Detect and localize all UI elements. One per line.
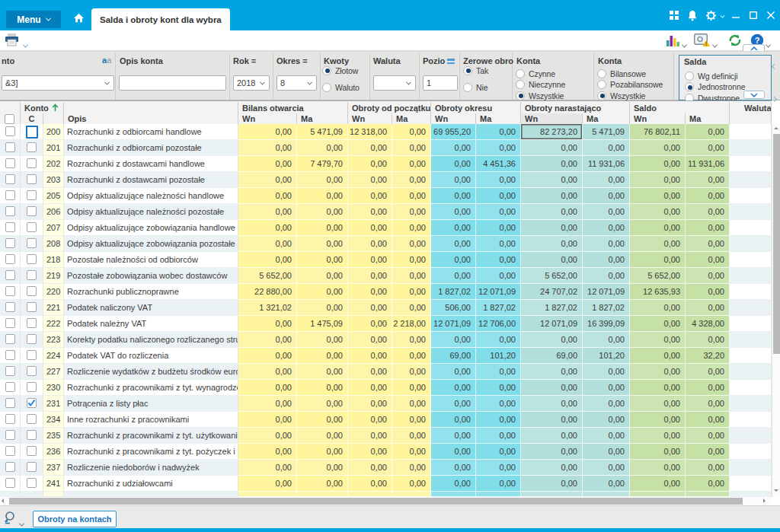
row-c-checkbox[interactable]: [27, 430, 37, 440]
minimize-button[interactable]: [730, 0, 742, 30]
print-chevron-icon[interactable]: [24, 37, 27, 51]
radio-option[interactable]: Wg definicji: [685, 71, 745, 81]
row-select-checkbox[interactable]: [5, 286, 15, 296]
filter-opis-konta-input[interactable]: [119, 75, 226, 91]
row-c-checkbox[interactable]: [27, 254, 37, 264]
column-header-on-wn[interactable]: Wn: [521, 113, 583, 125]
table-row[interactable]: 236Rozrachunki z pracownikami z tyt. poż…: [0, 444, 772, 460]
apps-grid-icon[interactable]: [667, 0, 681, 30]
table-row[interactable]: 227Rozliczenie wydatków z budżetu środkó…: [0, 364, 772, 380]
radio-option[interactable]: Złotow: [322, 65, 360, 75]
column-header-on-ma[interactable]: Ma: [583, 113, 630, 125]
maximize-button[interactable]: [747, 0, 759, 30]
row-select-checkbox[interactable]: [5, 222, 15, 232]
table-row[interactable]: 221Podatek naliczony VAT1 321,020,000,00…: [0, 300, 772, 316]
row-c-checkbox[interactable]: [27, 350, 37, 360]
radio-icon[interactable]: [597, 69, 606, 78]
table-row[interactable]: 208Odpisy aktualizujące zobowiązania poz…: [0, 236, 772, 252]
gear-chevron-icon[interactable]: [718, 0, 727, 30]
row-select-checkbox[interactable]: [5, 382, 15, 392]
radio-selected-icon[interactable]: [516, 91, 525, 100]
row-c-checkbox[interactable]: [27, 414, 37, 424]
table-row[interactable]: 235Rozrachunki z pracownikami z tyt. uży…: [0, 428, 772, 444]
radio-icon[interactable]: [597, 80, 606, 89]
column-group-bilans-otwarcia[interactable]: Bilans otwarcia: [238, 102, 348, 113]
column-header-op-ma[interactable]: Ma: [392, 113, 431, 125]
table-row[interactable]: 241Rozrachunki z udziałowcami0,000,000,0…: [0, 476, 772, 492]
radio-option[interactable]: Jednostronne: [685, 82, 745, 92]
chart-icon[interactable]: [666, 34, 679, 50]
row-select-checkbox[interactable]: [5, 302, 15, 312]
row-c-checkbox[interactable]: [27, 366, 37, 376]
radio-icon[interactable]: [322, 83, 331, 92]
radio-selected-icon[interactable]: [322, 66, 331, 75]
column-group-waluta[interactable]: Waluta: [730, 102, 772, 113]
row-select-checkbox[interactable]: [5, 350, 15, 360]
filter-waluta-input[interactable]: [373, 75, 416, 91]
column-header-bo-ma[interactable]: Ma: [297, 113, 348, 125]
row-select-checkbox[interactable]: [5, 446, 15, 456]
row-select-checkbox[interactable]: [5, 174, 15, 184]
table-row[interactable]: 219Pozostałe zobowiązania wobec dostawcó…: [0, 268, 772, 284]
table-row[interactable]: 201Rozrachunki z odbiorcami pozostałe0,0…: [0, 140, 772, 156]
chart-chevron-icon[interactable]: [682, 37, 686, 51]
row-c-checkbox[interactable]: [27, 318, 37, 328]
radio-option[interactable]: Tak: [463, 65, 488, 75]
row-c-checkbox[interactable]: [27, 270, 37, 280]
gear-icon[interactable]: [704, 0, 718, 30]
match-case-icon[interactable]: aa: [102, 56, 111, 65]
radio-option[interactable]: Bilansowe: [597, 68, 663, 78]
vertical-scrollbar[interactable]: [772, 124, 780, 497]
table-row[interactable]: 231Potrącenia z listy płac0,000,000,000,…: [0, 396, 772, 412]
radio-icon[interactable]: [516, 80, 525, 89]
row-c-checkbox[interactable]: [27, 222, 37, 232]
row-select-checkbox[interactable]: [5, 238, 15, 248]
radio-selected-icon[interactable]: [597, 91, 606, 100]
column-header-sa-ma[interactable]: Ma: [686, 113, 730, 125]
row-c-checkbox[interactable]: [27, 302, 37, 312]
radio-icon[interactable]: [516, 69, 525, 78]
filter-scroll-right-icon[interactable]: [772, 91, 776, 104]
column-header-konto[interactable]: Konto: [21, 102, 64, 113]
row-c-checkbox[interactable]: [27, 158, 37, 168]
salda-scroll-down-button[interactable]: [743, 91, 765, 99]
filter-scroll-left-icon[interactable]: [772, 58, 776, 72]
row-c-checkbox[interactable]: [27, 478, 37, 488]
column-header-ok-ma[interactable]: Ma: [476, 113, 521, 125]
filter-konto-input[interactable]: &3]: [2, 75, 114, 91]
tab-salda-i-obroty[interactable]: Salda i obroty kont dla wybra: [91, 8, 230, 30]
row-select-checkbox[interactable]: [5, 430, 15, 440]
table-row[interactable]: 200Rozrachunki z odbiorcami handlowe0,00…: [0, 124, 772, 140]
row-select-checkbox[interactable]: [5, 254, 15, 264]
table-row[interactable]: 206Odpisy aktualizujące należności pozos…: [0, 204, 772, 220]
table-row[interactable]: 224Podatek VAT do rozliczenia0,000,000,0…: [0, 348, 772, 364]
row-select-checkbox[interactable]: [5, 478, 15, 488]
help-chevron-icon[interactable]: [766, 37, 770, 51]
row-c-checkbox[interactable]: [26, 126, 38, 139]
radio-selected-icon[interactable]: [463, 66, 472, 75]
table-row[interactable]: 234Inne rozrachunki z pracownikami0,000,…: [0, 412, 772, 428]
row-c-checkbox[interactable]: [27, 142, 37, 152]
table-row[interactable]: 205Odpisy aktualizujące należności handl…: [0, 188, 772, 204]
bell-icon[interactable]: [686, 0, 699, 30]
view-settings-chevron-icon[interactable]: [713, 37, 717, 51]
column-header-opis[interactable]: Opis: [64, 113, 238, 125]
table-row[interactable]: 222Podatek należny VAT0,001 475,090,002 …: [0, 316, 772, 332]
row-select-checkbox[interactable]: [5, 398, 15, 408]
table-row[interactable]: 230Rozrachunki z pracownikami z tyt. wyn…: [0, 380, 772, 396]
row-c-checkbox[interactable]: [27, 334, 37, 344]
row-c-checkbox[interactable]: [27, 206, 37, 216]
refresh-icon[interactable]: [727, 33, 743, 51]
table-row[interactable]: 203Rozrachunki z dostawcami pozostałe0,0…: [0, 172, 772, 188]
home-icon[interactable]: [72, 0, 85, 30]
row-select-checkbox[interactable]: [5, 142, 15, 152]
table-row[interactable]: 220Rozrachunki publicznoprawne22 880,000…: [0, 284, 772, 300]
filter-poziom-input[interactable]: 1: [423, 75, 458, 91]
radio-option[interactable]: Waluto: [322, 82, 360, 92]
row-c-checkbox[interactable]: [27, 286, 37, 296]
radio-option[interactable]: Pozabilansowe: [597, 80, 663, 90]
row-select-checkbox[interactable]: [5, 334, 15, 344]
row-c-checkbox[interactable]: [27, 446, 37, 456]
column-header-bo-wn[interactable]: Wn: [238, 113, 297, 125]
select-all-checkbox[interactable]: [0, 113, 21, 125]
